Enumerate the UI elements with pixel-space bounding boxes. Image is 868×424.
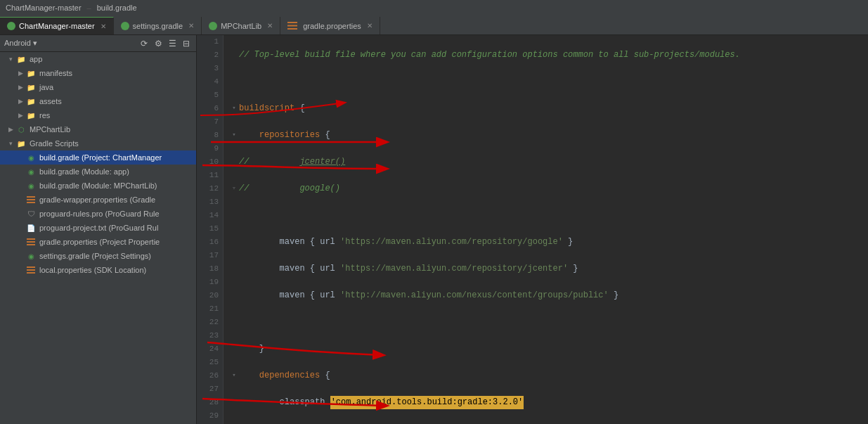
collapse-arrow: ▾ — [6, 140, 15, 147]
svg-rect-4 — [27, 199, 35, 200]
code-line-9: maven { url 'https://maven.aliyun.com/re… — [229, 262, 868, 276]
code-line-2 — [229, 75, 868, 89]
tab-mpchartlib-label: MPChartLib — [221, 22, 261, 30]
folder-icon: 📁 — [25, 96, 37, 106]
tab-mpchartlib[interactable]: MPChartLib ✕ — [202, 17, 280, 34]
module-icon: ⬡ — [15, 124, 27, 134]
fold-13[interactable]: ▾ — [229, 369, 239, 383]
collapse-arrow: ▶ — [15, 112, 25, 119]
sidebar-item-java[interactable]: ▶ 📁 java — [0, 80, 196, 94]
code-line-12: } — [229, 342, 868, 356]
tab-close-icon[interactable]: ✕ — [367, 22, 373, 30]
sidebar-item-proguard-rules[interactable]: 🛡 proguard-rules.pro (ProGuard Rule — [0, 207, 196, 221]
sidebar-item-build-gradle-app[interactable]: ◉ build.gradle (Module: app) — [0, 165, 196, 179]
code-line-10: maven { url 'http://maven.aliyun.com/nex… — [229, 289, 868, 302]
sidebar-item-assets[interactable]: ▶ 📁 assets — [0, 94, 196, 108]
sidebar-item-label: java — [39, 83, 53, 91]
sidebar-item-gradle-properties[interactable]: gradle.properties (Project Propertie — [0, 235, 196, 249]
main-area: Android ▾ ⟳ ⚙ ☰ ⊟ ▾ 📁 app ▶ 📁 manifests … — [0, 35, 868, 424]
svg-rect-6 — [27, 238, 35, 240]
mpchartlib-icon — [209, 22, 217, 30]
tab-close-icon[interactable]: ✕ — [267, 22, 273, 30]
expand-icon[interactable]: ⊟ — [181, 38, 192, 49]
code-line-7 — [229, 209, 868, 222]
svg-rect-3 — [27, 196, 35, 198]
android-dropdown[interactable]: Android ▾ — [4, 39, 37, 48]
collapse-arrow: ▶ — [15, 98, 25, 105]
sidebar-item-res[interactable]: ▶ 📁 res — [0, 108, 196, 122]
svg-rect-11 — [27, 272, 35, 274]
title-project: ChartManager-master — [6, 4, 82, 12]
sidebar-item-build-gradle-mp[interactable]: ◉ build.gradle (Module: MPChartLib) — [0, 179, 196, 193]
sidebar-item-proguard-project[interactable]: 📄 proguard-project.txt (ProGuard Rul — [0, 221, 196, 235]
tab-close-icon[interactable]: ✕ — [101, 23, 106, 30]
sidebar-item-label: proguard-rules.pro (ProGuard Rule — [39, 210, 160, 218]
code-line-1: // Top-level build file where you can ad… — [229, 49, 868, 62]
fold-6[interactable]: ▿ — [229, 182, 239, 195]
sidebar-item-gradle-scripts[interactable]: ▾ 📁 Gradle Scripts — [0, 136, 196, 150]
folder-icon: 📁 — [25, 82, 37, 92]
svg-rect-7 — [27, 241, 35, 243]
sidebar: Android ▾ ⟳ ⚙ ☰ ⊟ ▾ 📁 app ▶ 📁 manifests … — [0, 35, 197, 424]
gradle-file-icon: ◉ — [25, 251, 37, 261]
sidebar-item-label: res — [39, 111, 50, 120]
collapse-arrow: ▶ — [6, 126, 15, 133]
sync-icon[interactable]: ⟳ — [138, 38, 150, 49]
title-file: build.gradle — [97, 4, 137, 12]
tab-chartmanager[interactable]: ChartManager-master ✕ — [0, 17, 114, 34]
code-line-14: classpath 'com.android.tools.build:gradl… — [229, 396, 868, 409]
collapse-arrow: ▾ — [6, 56, 15, 63]
folder-icon: 📁 — [25, 68, 37, 78]
properties-icon — [25, 195, 37, 205]
svg-rect-2 — [287, 28, 297, 30]
tab-gradle-properties-label: gradle.properties — [303, 22, 361, 30]
svg-rect-9 — [27, 266, 35, 268]
sidebar-item-local-properties[interactable]: local.properties (SDK Location) — [0, 263, 196, 277]
sidebar-item-label: proguard-project.txt (ProGuard Rul — [39, 224, 158, 232]
gradle-file-icon: ◉ — [25, 167, 37, 176]
settings-icon[interactable]: ⚙ — [153, 38, 164, 49]
fold-4[interactable]: ▾ — [229, 129, 239, 142]
sidebar-item-manifests[interactable]: ▶ 📁 manifests — [0, 66, 196, 80]
txt-file-icon: 📄 — [25, 223, 37, 233]
properties-icon — [25, 265, 37, 275]
gradle-file-icon: ◉ — [25, 181, 37, 191]
code-line-8: maven { url 'https://maven.aliyun.com/re… — [229, 236, 868, 249]
sidebar-item-label: MPChartLib — [30, 125, 70, 134]
settings-gradle-icon — [121, 22, 129, 30]
sidebar-item-label: manifests — [39, 69, 72, 77]
svg-rect-5 — [27, 202, 35, 203]
code-line-6: ▿// google() — [229, 182, 868, 195]
collapse-arrow: ▶ — [15, 84, 25, 91]
code-editor[interactable]: // Top-level build file where you can ad… — [224, 35, 868, 424]
sidebar-item-label: assets — [39, 97, 62, 105]
folder-icon: 📁 — [25, 110, 37, 120]
tab-gradle-properties[interactable]: gradle.properties ✕ — [280, 17, 380, 34]
gradle-icon — [7, 22, 15, 30]
sidebar-item-settings-gradle[interactable]: ◉ settings.gradle (Project Settings) — [0, 249, 196, 263]
gradle-file-icon: ◉ — [25, 153, 37, 162]
code-line-3: ▾buildscript { — [229, 102, 868, 115]
tab-close-icon[interactable]: ✕ — [188, 22, 194, 30]
code-line-4: ▾ repositories { — [229, 129, 868, 142]
collapse-arrow: ▶ — [15, 70, 25, 77]
sidebar-item-mpchartlib[interactable]: ▶ ⬡ MPChartLib — [0, 122, 196, 136]
svg-rect-0 — [287, 22, 297, 23]
sidebar-item-build-gradle-project[interactable]: ◉ build.gradle (Project: ChartManager — [0, 150, 196, 165]
tab-settings[interactable]: settings.gradle ✕ — [114, 17, 202, 34]
sidebar-item-label: gradle-wrapper.properties (Gradle — [39, 195, 155, 204]
tab-bar: ChartManager-master ✕ settings.gradle ✕ … — [0, 15, 868, 35]
title-bar: ChartManager-master – build.gradle — [0, 0, 868, 15]
folder-icon: 📁 — [15, 139, 27, 148]
tab-chartmanager-label: ChartManager-master — [19, 22, 95, 30]
sidebar-item-gradle-wrapper[interactable]: gradle-wrapper.properties (Gradle — [0, 193, 196, 207]
sidebar-item-label: app — [30, 55, 42, 63]
fold-3[interactable]: ▾ — [229, 102, 239, 115]
line-numbers: 12345 678910 1112131415 1617181920 21222… — [197, 35, 224, 424]
filter-icon[interactable]: ☰ — [167, 38, 178, 49]
svg-rect-8 — [27, 244, 35, 245]
code-line-11 — [229, 316, 868, 329]
proguard-icon: 🛡 — [25, 209, 37, 219]
sidebar-item-app[interactable]: ▾ 📁 app — [0, 52, 196, 66]
sidebar-item-label: build.gradle (Project: ChartManager — [39, 153, 162, 162]
